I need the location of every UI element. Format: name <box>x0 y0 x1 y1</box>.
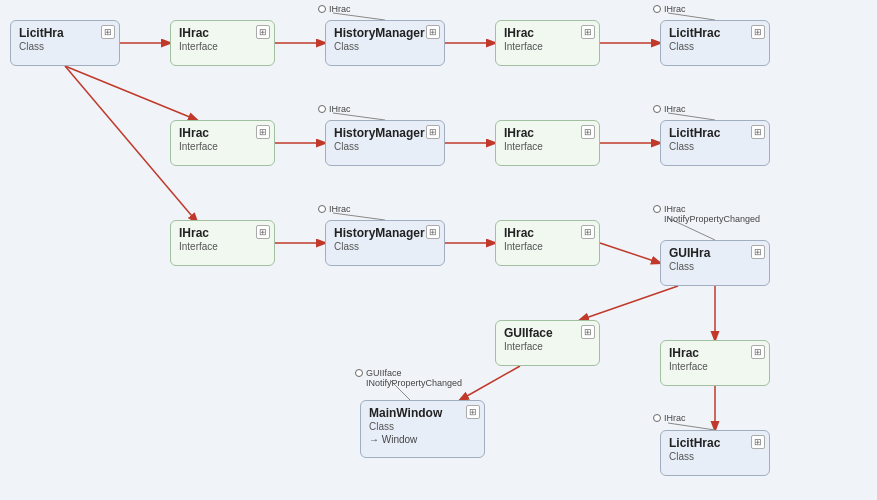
node-licithrac1-expand[interactable]: ⊞ <box>751 25 765 39</box>
node-ihrac2-subtitle: Interface <box>504 41 591 52</box>
node-guiiface1-expand[interactable]: ⊞ <box>581 325 595 339</box>
node-ihrac2-title: IHrac <box>504 26 591 40</box>
node-mainwindow1-subtitle: Class <box>369 421 476 432</box>
diagram-container: LicitHra Class ⊞ IHrac Interface ⊞ Histo… <box>0 0 877 500</box>
node-licithrac2-expand[interactable]: ⊞ <box>751 125 765 139</box>
node-ihrac5[interactable]: IHrac Interface ⊞ <box>170 220 275 266</box>
circle-label-cl4: IHrac <box>653 104 686 114</box>
node-historymgr1-expand[interactable]: ⊞ <box>426 25 440 39</box>
node-historymgr1-subtitle: Class <box>334 41 436 52</box>
node-licithrac3-expand[interactable]: ⊞ <box>751 435 765 449</box>
node-mainwindow1-extend: → Window <box>369 434 476 445</box>
node-ihrac6-subtitle: Interface <box>504 241 591 252</box>
node-ihrac1-title: IHrac <box>179 26 266 40</box>
node-licithrac1-title: LicitHrac <box>669 26 761 40</box>
circle-label-cl6: IHrac INotifyPropertyChanged <box>653 204 760 224</box>
node-guiiface1-subtitle: Interface <box>504 341 591 352</box>
node-guihra1-subtitle: Class <box>669 261 761 272</box>
circle-label-cl1: IHrac <box>318 4 351 14</box>
svg-line-16 <box>333 13 385 20</box>
node-ihrac6-title: IHrac <box>504 226 591 240</box>
node-licithrac3-subtitle: Class <box>669 451 761 462</box>
svg-line-19 <box>668 113 715 120</box>
circle-label-cl3: IHrac <box>318 104 351 114</box>
node-historymgr2[interactable]: HistoryManager Class ⊞ <box>325 120 445 166</box>
node-ihrac3-expand[interactable]: ⊞ <box>256 125 270 139</box>
svg-line-4 <box>65 66 197 120</box>
svg-line-11 <box>600 243 660 263</box>
node-historymgr2-subtitle: Class <box>334 141 436 152</box>
node-ihrac3-title: IHrac <box>179 126 266 140</box>
node-licithra1-subtitle: Class <box>19 41 111 52</box>
node-licithrac1-subtitle: Class <box>669 41 761 52</box>
node-guihra1-expand[interactable]: ⊞ <box>751 245 765 259</box>
node-guihra1-title: GUIHra <box>669 246 761 260</box>
node-ihrac6[interactable]: IHrac Interface ⊞ <box>495 220 600 266</box>
node-ihrac7-subtitle: Interface <box>669 361 761 372</box>
node-guiiface1-title: GUIIface <box>504 326 591 340</box>
node-historymgr2-expand[interactable]: ⊞ <box>426 125 440 139</box>
circle-label-cl5: IHrac <box>318 204 351 214</box>
node-ihrac4-subtitle: Interface <box>504 141 591 152</box>
node-ihrac4-title: IHrac <box>504 126 591 140</box>
node-licithra1-expand[interactable]: ⊞ <box>101 25 115 39</box>
node-historymgr3-subtitle: Class <box>334 241 436 252</box>
node-mainwindow1[interactable]: MainWindow Class → Window ⊞ <box>360 400 485 458</box>
node-historymgr1[interactable]: HistoryManager Class ⊞ <box>325 20 445 66</box>
node-ihrac3-subtitle: Interface <box>179 141 266 152</box>
node-licithrac3[interactable]: LicitHrac Class ⊞ <box>660 430 770 476</box>
node-ihrac3[interactable]: IHrac Interface ⊞ <box>170 120 275 166</box>
node-ihrac1[interactable]: IHrac Interface ⊞ <box>170 20 275 66</box>
svg-line-20 <box>333 213 385 220</box>
node-mainwindow1-expand[interactable]: ⊞ <box>466 405 480 419</box>
node-ihrac7-expand[interactable]: ⊞ <box>751 345 765 359</box>
circle-label-cl7: GUIIface INotifyPropertyChanged <box>355 368 462 388</box>
svg-line-18 <box>333 113 385 120</box>
node-historymgr3[interactable]: HistoryManager Class ⊞ <box>325 220 445 266</box>
node-ihrac4-expand[interactable]: ⊞ <box>581 125 595 139</box>
svg-line-13 <box>580 286 678 320</box>
node-historymgr3-expand[interactable]: ⊞ <box>426 225 440 239</box>
node-ihrac6-expand[interactable]: ⊞ <box>581 225 595 239</box>
node-licithra1[interactable]: LicitHra Class ⊞ <box>10 20 120 66</box>
node-ihrac1-expand[interactable]: ⊞ <box>256 25 270 39</box>
node-historymgr3-title: HistoryManager <box>334 226 436 240</box>
node-guiiface1[interactable]: GUIIface Interface ⊞ <box>495 320 600 366</box>
node-licithrac2-subtitle: Class <box>669 141 761 152</box>
node-ihrac7[interactable]: IHrac Interface ⊞ <box>660 340 770 386</box>
svg-line-17 <box>668 13 715 20</box>
node-ihrac5-subtitle: Interface <box>179 241 266 252</box>
node-licithrac1[interactable]: LicitHrac Class ⊞ <box>660 20 770 66</box>
node-licithrac2-title: LicitHrac <box>669 126 761 140</box>
node-ihrac5-title: IHrac <box>179 226 266 240</box>
circle-label-cl8: IHrac <box>653 413 686 423</box>
node-ihrac2[interactable]: IHrac Interface ⊞ <box>495 20 600 66</box>
node-licithrac3-title: LicitHrac <box>669 436 761 450</box>
node-mainwindow1-title: MainWindow <box>369 406 476 420</box>
circle-label-cl2: IHrac <box>653 4 686 14</box>
node-guihra1[interactable]: GUIHra Class ⊞ <box>660 240 770 286</box>
node-ihrac7-title: IHrac <box>669 346 761 360</box>
svg-line-14 <box>460 366 520 400</box>
svg-line-23 <box>668 423 715 430</box>
node-historymgr2-title: HistoryManager <box>334 126 436 140</box>
node-ihrac5-expand[interactable]: ⊞ <box>256 225 270 239</box>
node-ihrac1-subtitle: Interface <box>179 41 266 52</box>
node-licithra1-title: LicitHra <box>19 26 111 40</box>
node-ihrac4[interactable]: IHrac Interface ⊞ <box>495 120 600 166</box>
node-licithrac2[interactable]: LicitHrac Class ⊞ <box>660 120 770 166</box>
node-ihrac2-expand[interactable]: ⊞ <box>581 25 595 39</box>
node-historymgr1-title: HistoryManager <box>334 26 436 40</box>
